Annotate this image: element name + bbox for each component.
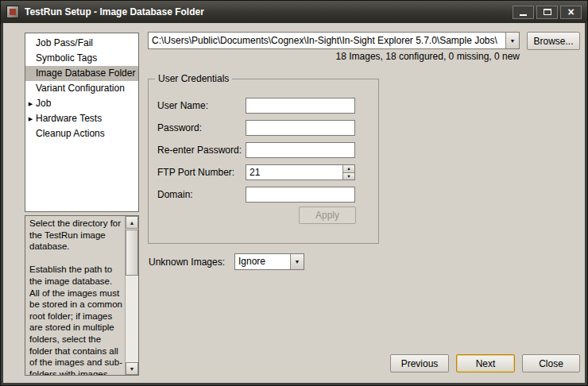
sidebar-item-label: Job [36,96,51,111]
maximize-button[interactable] [536,6,558,19]
expand-icon[interactable]: ▶ [25,96,36,111]
description-scrollbar[interactable]: ▲ ▼ [125,216,138,375]
ftp-port-label: FTP Port Number: [157,164,234,180]
sidebar-item-label: Job Pass/Fail [36,36,93,51]
sidebar-item-hardware-tests[interactable]: ▶ Hardware Tests [25,111,138,126]
chevron-down-icon: ▼ [295,259,300,264]
app-icon [6,6,19,18]
user-credentials-group: User Credentials User Name: Password: Re… [148,79,379,244]
sidebar-item-label: Hardware Tests [36,111,102,126]
scroll-up-icon[interactable]: ▲ [126,216,138,229]
ftp-port-field[interactable] [246,165,342,179]
sidebar-item-label: Image Database Folder [36,66,135,81]
unknown-images-value: Ignore [235,254,290,269]
minimize-icon [520,14,527,16]
maximize-icon [544,9,551,15]
scrollbar-thumb[interactable] [126,230,138,276]
path-dropdown-button[interactable]: ▼ [505,33,519,48]
sidebar-item-label: Symbolic Tags [36,51,97,66]
testrun-setup-window: TestRun Setup - Image Database Folder × … [0,0,588,386]
sidebar-item-variant-configuration[interactable]: Variant Configuration [25,81,138,96]
description-text: Select the directory for the TestRun ima… [25,216,125,375]
user-name-label: User Name: [157,98,208,114]
password-field[interactable] [246,120,355,136]
apply-button[interactable]: Apply [299,207,356,224]
setup-steps-list: Job Pass/Fail Symbolic Tags Image Databa… [25,33,139,212]
image-database-path-combo: ▼ [148,32,520,49]
expand-icon[interactable]: ▶ [25,111,36,126]
sidebar-item-job[interactable]: ▶ Job [25,96,138,111]
minimize-button[interactable] [513,6,534,19]
close-button[interactable]: × [560,6,582,19]
spin-down-icon[interactable]: ▼ [343,172,354,180]
window-title: TestRun Setup - Image Database Folder [25,6,204,17]
unknown-images-label: Unknown Images: [149,257,225,268]
close-icon: × [567,6,574,17]
user-name-field[interactable] [246,98,355,114]
reenter-password-field[interactable] [246,142,355,158]
sidebar-item-label: Variant Configuration [36,81,125,96]
titlebar[interactable]: TestRun Setup - Image Database Folder × [1,1,587,23]
sidebar-item-symbolic-tags[interactable]: Symbolic Tags [25,51,138,66]
unknown-images-dropdown-button[interactable]: ▼ [290,254,304,269]
sidebar-item-job-pass-fail[interactable]: Job Pass/Fail [25,36,138,51]
previous-button[interactable]: Previous [390,354,449,372]
domain-field[interactable] [246,187,355,203]
ftp-port-stepper: ▲ ▼ [246,164,355,180]
group-title: User Credentials [155,73,232,84]
description-panel: Select the directory for the TestRun ima… [25,215,139,376]
browse-button[interactable]: Browse... [527,32,580,50]
images-summary: 18 Images, 18 configured, 0 missing, 0 n… [148,51,520,62]
chevron-down-icon: ▼ [510,38,516,44]
sidebar-item-label: Cleanup Actions [36,126,105,141]
unknown-images-select[interactable]: Ignore ▼ [234,253,304,270]
sidebar-item-cleanup-actions[interactable]: Cleanup Actions [25,126,138,141]
scroll-down-icon[interactable]: ▼ [126,362,138,375]
close-dialog-button[interactable]: Close [522,354,580,372]
reenter-password-label: Re-enter Password: [157,142,242,158]
domain-label: Domain: [157,187,193,203]
sidebar-item-image-database-folder[interactable]: Image Database Folder [25,66,138,81]
image-database-path-input[interactable] [149,33,505,48]
password-label: Password: [157,120,202,136]
spin-up-icon[interactable]: ▲ [343,165,354,172]
window-controls: × [513,6,582,19]
next-button[interactable]: Next [456,354,515,372]
